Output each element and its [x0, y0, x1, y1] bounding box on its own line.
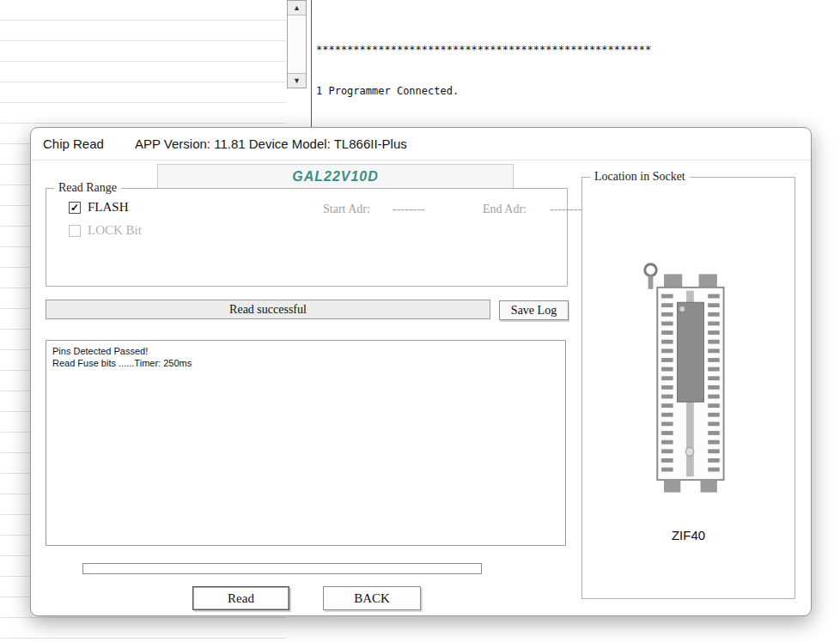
screen: ▲ ▼ ************************************…: [0, 0, 840, 642]
panel-divider: [311, 0, 312, 127]
status-bar: Read successful: [46, 300, 490, 319]
scroll-down-icon[interactable]: ▼: [288, 73, 306, 88]
lock-bit-checkbox-row: LOCK Bit: [69, 223, 142, 238]
progress-bar: [82, 563, 482, 574]
flash-label: FLASH: [88, 200, 129, 215]
socket-name: ZIF40: [582, 528, 794, 542]
lock-bit-label: LOCK Bit: [88, 223, 142, 238]
end-adr-label: End Adr:: [483, 203, 527, 216]
lock-bit-checkbox: [69, 225, 81, 237]
save-log-button[interactable]: Save Log: [499, 300, 569, 320]
flash-checkbox-row[interactable]: ✓ FLASH: [69, 200, 129, 215]
operation-log-box[interactable]: Pins Detected Passed! Read Fuse bits ...…: [46, 340, 566, 546]
start-adr-label: Start Adr:: [323, 203, 370, 216]
dialog-subtitle: APP Version: 11.81 Device Model: TL866II…: [135, 136, 407, 151]
dialog-title: Chip Read: [43, 136, 104, 151]
back-button[interactable]: BACK: [323, 586, 421, 610]
chip-name: GAL22V10D: [157, 164, 514, 188]
zif-socket-icon: [639, 259, 739, 508]
operation-log-line: Read Fuse bits ......Timer: 250ms: [52, 357, 559, 369]
start-adr-value: --------: [393, 203, 424, 216]
log-line: 1 Programmer Connected.: [316, 84, 837, 98]
end-adr-value: --------: [550, 203, 581, 216]
scroll-up-icon[interactable]: ▲: [288, 1, 306, 15]
read-button[interactable]: Read: [192, 586, 289, 610]
dialog-header: Chip Read APP Version: 11.81 Device Mode…: [31, 128, 811, 160]
socket-location-group: Location in Socket: [581, 177, 795, 599]
operation-log-line: Pins Detected Passed!: [52, 345, 559, 357]
chip-read-dialog: Chip Read APP Version: 11.81 Device Mode…: [30, 127, 812, 616]
socket-location-label: Location in Socket: [590, 170, 690, 184]
log-line: ****************************************…: [316, 43, 837, 57]
programmer-log: ****************************************…: [316, 15, 837, 125]
read-range-group: Read Range ✓ FLASH LOCK Bit Start Adr: -…: [46, 188, 568, 287]
list-scrollbar[interactable]: ▲ ▼: [287, 0, 307, 88]
read-range-label: Read Range: [54, 181, 121, 195]
flash-checkbox[interactable]: ✓: [69, 202, 81, 214]
